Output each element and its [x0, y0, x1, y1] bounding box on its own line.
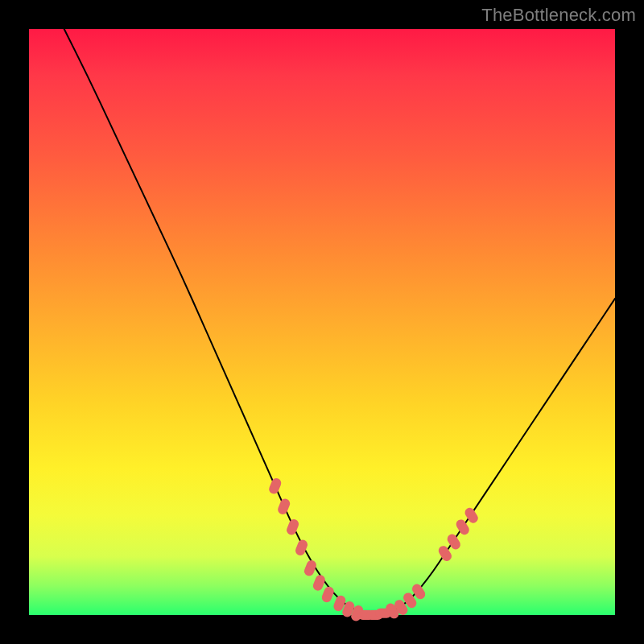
- highlight-marker: [436, 544, 453, 563]
- highlight-marker-group: [267, 477, 480, 622]
- highlight-marker: [267, 477, 283, 495]
- highlight-marker: [312, 573, 327, 592]
- chart-svg: [29, 29, 615, 615]
- bottleneck-curve: [64, 29, 615, 615]
- watermark-text: TheBottleneck.com: [481, 5, 636, 26]
- highlight-marker: [320, 585, 336, 604]
- highlight-marker: [276, 497, 291, 516]
- plot-frame: [29, 29, 615, 615]
- highlight-marker: [454, 518, 471, 536]
- highlight-marker: [285, 518, 300, 536]
